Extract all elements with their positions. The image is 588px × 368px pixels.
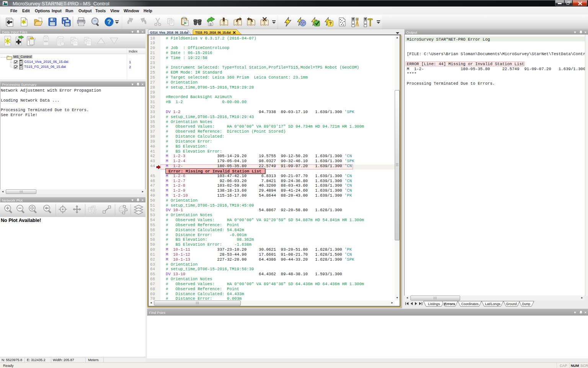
- svg-text:Errors: Errors: [444, 302, 455, 306]
- svg-text:Lat/Longs: Lat/Longs: [485, 302, 500, 306]
- svg-text:GS14_Viva_2016_06_15.dat: GS14_Viva_2016_06_15.dat: [150, 30, 189, 34]
- svg-text:Ground: Ground: [506, 302, 517, 306]
- svg-text:?: ?: [329, 21, 332, 26]
- svg-text:Dump: Dump: [522, 302, 530, 306]
- svg-text:TS15_FG_2016_06_15.dat: TS15_FG_2016_06_15.dat: [195, 30, 231, 34]
- svg-text:Coordinates: Coordinates: [461, 302, 479, 306]
- svg-text:?: ?: [107, 19, 111, 25]
- svg-text:Listings: Listings: [428, 302, 440, 306]
